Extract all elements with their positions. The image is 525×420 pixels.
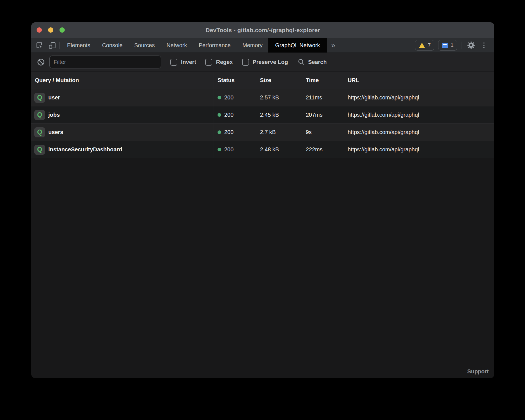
titlebar: DevTools - gitlab.com/-/graphql-explorer: [31, 22, 494, 38]
response-size: 2.57 kB: [256, 89, 302, 106]
regex-checkbox-group: Regex: [205, 59, 233, 66]
status-code: 200: [224, 94, 233, 101]
device-toolbar-icon[interactable]: [47, 40, 57, 50]
response-size: 2.45 kB: [256, 106, 302, 123]
more-tabs-icon[interactable]: »: [327, 38, 340, 52]
window-title: DevTools - gitlab.com/-/graphql-explorer: [206, 27, 320, 34]
issues-badge[interactable]: 1: [438, 40, 457, 51]
filter-input[interactable]: [49, 56, 161, 68]
invert-checkbox-group: Invert: [170, 59, 196, 66]
response-size: 2.48 kB: [256, 141, 302, 158]
warnings-badge[interactable]: 7: [415, 40, 435, 51]
filter-toolbar: Invert Regex Preserve Log Search: [31, 53, 494, 71]
query-type-badge: Q: [34, 93, 45, 103]
table-header: Query / Mutation Status Size Time URL: [31, 71, 494, 89]
clear-block-icon[interactable]: [36, 57, 46, 67]
preserve-log-checkbox[interactable]: [242, 59, 249, 66]
query-type-badge: Q: [34, 110, 45, 120]
table-row[interactable]: Q users 200 2.7 kB 9s https://gitlab.com…: [31, 123, 494, 141]
tab-memory[interactable]: Memory: [237, 38, 268, 52]
panel-tabs: Elements Console Sources Network Perform…: [61, 38, 327, 52]
status-ok-dot: [218, 148, 221, 151]
table-row[interactable]: Q user 200 2.57 kB 211ms https://gitlab.…: [31, 89, 494, 106]
message-icon: [442, 43, 448, 48]
tab-graphql-network[interactable]: GraphQL Network: [268, 38, 326, 52]
query-name: user: [48, 94, 60, 101]
preserve-log-checkbox-group: Preserve Log: [242, 59, 288, 66]
response-time: 9s: [302, 124, 344, 141]
table-row[interactable]: Q jobs 200 2.45 kB 207ms https://gitlab.…: [31, 106, 494, 123]
status-code: 200: [224, 129, 233, 135]
status-ok-dot: [218, 113, 221, 117]
invert-label: Invert: [181, 59, 196, 65]
issue-count: 1: [450, 42, 454, 48]
request-url: https://gitlab.com/api/graphql: [344, 124, 494, 141]
warning-count: 7: [428, 42, 431, 48]
traffic-lights: [37, 22, 65, 38]
status-ok-dot: [218, 130, 221, 134]
search-icon: [298, 58, 305, 66]
devtools-window: DevTools - gitlab.com/-/graphql-explorer…: [31, 22, 494, 378]
request-url: https://gitlab.com/api/graphql: [344, 89, 494, 106]
query-name: jobs: [48, 112, 60, 118]
response-size: 2.7 kB: [256, 124, 302, 141]
more-options-icon[interactable]: [480, 40, 488, 50]
response-time: 207ms: [302, 106, 344, 123]
column-header-status[interactable]: Status: [214, 71, 256, 89]
tab-elements[interactable]: Elements: [61, 38, 96, 52]
column-header-time[interactable]: Time: [302, 71, 344, 89]
status-code: 200: [224, 146, 233, 153]
regex-label: Regex: [216, 59, 233, 65]
tab-network[interactable]: Network: [161, 38, 193, 52]
invert-checkbox[interactable]: [170, 59, 177, 66]
query-name: instanceSecurityDashboard: [48, 146, 122, 153]
settings-gear-icon[interactable]: [466, 40, 476, 50]
zoom-window-button[interactable]: [59, 27, 65, 33]
response-time: 211ms: [302, 89, 344, 106]
column-header-url[interactable]: URL: [344, 71, 494, 89]
request-table-body: Q user 200 2.57 kB 211ms https://gitlab.…: [31, 89, 494, 158]
devtools-tabbar: Elements Console Sources Network Perform…: [31, 38, 494, 53]
query-type-badge: Q: [34, 145, 45, 155]
regex-checkbox[interactable]: [205, 59, 212, 66]
query-name: users: [48, 129, 63, 135]
request-url: https://gitlab.com/api/graphql: [344, 106, 494, 123]
status-code: 200: [224, 112, 233, 118]
search-button[interactable]: Search: [298, 58, 327, 66]
minimize-window-button[interactable]: [48, 27, 53, 33]
response-time: 222ms: [302, 141, 344, 158]
close-window-button[interactable]: [37, 27, 42, 33]
tab-performance[interactable]: Performance: [193, 38, 237, 52]
column-header-size[interactable]: Size: [256, 71, 302, 89]
warning-triangle-icon: [419, 42, 425, 48]
query-type-badge: Q: [34, 127, 45, 137]
status-ok-dot: [218, 96, 221, 99]
inspect-element-icon[interactable]: [35, 40, 44, 50]
tab-console[interactable]: Console: [96, 38, 128, 52]
tab-sources[interactable]: Sources: [128, 38, 161, 52]
tabbar-right-separator: [462, 42, 462, 49]
table-row[interactable]: Q instanceSecurityDashboard 200 2.48 kB …: [31, 141, 494, 158]
toolbar-separator: [59, 42, 59, 49]
preserve-log-label: Preserve Log: [253, 59, 288, 65]
support-link[interactable]: Support: [467, 368, 489, 375]
column-header-query-mutation[interactable]: Query / Mutation: [31, 71, 214, 89]
search-label: Search: [308, 59, 327, 65]
request-url: https://gitlab.com/api/graphql: [344, 141, 494, 158]
